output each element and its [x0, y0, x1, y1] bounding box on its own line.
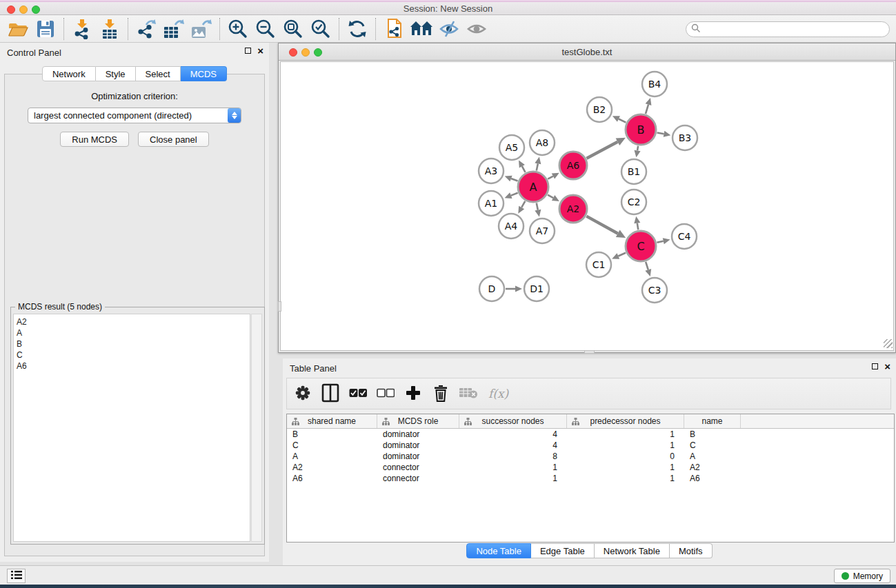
- refresh-icon: [348, 19, 367, 39]
- graph-edge[interactable]: [521, 201, 525, 207]
- graph-edge[interactable]: [586, 216, 617, 234]
- graph-edge[interactable]: [657, 241, 663, 243]
- table-row[interactable]: Cdominator41C: [287, 440, 894, 451]
- export-table-button[interactable]: [160, 17, 188, 41]
- graph-edge[interactable]: [619, 119, 626, 122]
- mcds-result-list[interactable]: A2ABCA6: [13, 314, 250, 542]
- graph-edge[interactable]: [637, 223, 639, 230]
- table-row[interactable]: A2connector11A2: [287, 462, 894, 473]
- zoom-out-button[interactable]: [252, 17, 279, 41]
- import-table-button[interactable]: [96, 17, 123, 41]
- graph-edge[interactable]: [646, 262, 648, 270]
- column-header-name[interactable]: name: [684, 414, 741, 428]
- tab-motifs[interactable]: Motifs: [670, 543, 713, 558]
- search-field[interactable]: [686, 21, 890, 37]
- result-scrollbar[interactable]: [251, 314, 262, 542]
- graph-edge[interactable]: [537, 163, 538, 170]
- save-session-button[interactable]: [32, 17, 59, 41]
- graph-edge[interactable]: [646, 105, 648, 114]
- houses-icon: [410, 20, 433, 38]
- graph-edge[interactable]: [548, 195, 553, 198]
- mcds-result-item[interactable]: A: [17, 327, 250, 338]
- column-header-successor-nodes[interactable]: successor nodes: [459, 414, 567, 428]
- graph-edge[interactable]: [618, 253, 626, 256]
- network-document-icon: [384, 18, 404, 40]
- mcds-result-item[interactable]: A6: [17, 361, 250, 372]
- export-image-button[interactable]: [188, 17, 215, 41]
- control-panel: Control Panel × NetworkStyleSelectMCDS O…: [0, 43, 269, 562]
- search-input[interactable]: [704, 23, 889, 36]
- zoom-selected-button[interactable]: [307, 17, 335, 41]
- resize-grip-icon[interactable]: [884, 339, 893, 348]
- table-cell: 4: [459, 440, 567, 450]
- function-builder-button[interactable]: f(x): [488, 387, 508, 401]
- tab-mcds[interactable]: MCDS: [181, 66, 227, 81]
- network-canvas[interactable]: AA6A2BCA5A8A3A1A4A7B4B2B3B1C2C4C1C3DD1: [280, 61, 894, 351]
- graph-edge[interactable]: [586, 142, 617, 159]
- eye-slash-icon: [439, 20, 459, 38]
- home-button[interactable]: [408, 17, 435, 41]
- tab-select[interactable]: Select: [136, 66, 181, 81]
- deselect-all-button[interactable]: [377, 383, 395, 404]
- graph-edge[interactable]: [511, 193, 518, 196]
- network-graph[interactable]: AA6A2BCA5A8A3A1A4A7B4B2B3B1C2C4C1C3DD1: [281, 62, 895, 352]
- columns-icon: [321, 383, 339, 405]
- zoom-in-button[interactable]: [224, 17, 252, 41]
- import-network-button[interactable]: [68, 17, 96, 41]
- table-row[interactable]: Adominator80A: [287, 451, 894, 462]
- delete-table-button[interactable]: [459, 383, 477, 404]
- criterion-dropdown[interactable]: largest connected component (directed): [28, 108, 241, 123]
- show-all-button[interactable]: [463, 17, 490, 41]
- float-table-panel-icon[interactable]: [872, 363, 878, 369]
- close-panel-button[interactable]: Close panel: [138, 132, 209, 147]
- create-network-from-file-button[interactable]: [380, 17, 408, 41]
- tab-network-table[interactable]: Network Table: [595, 543, 670, 558]
- table-settings-button[interactable]: [294, 383, 312, 404]
- node-table[interactable]: shared nameMCDS rolesuccessor nodesprede…: [286, 414, 895, 543]
- memory-button[interactable]: Memory: [834, 569, 890, 583]
- tab-edge-table[interactable]: Edge Table: [531, 543, 595, 558]
- zoom-fit-button[interactable]: [279, 17, 307, 41]
- graph-node-label: A2: [567, 203, 579, 214]
- open-folder-icon: [8, 20, 28, 38]
- show-column-panel-button[interactable]: [321, 383, 339, 404]
- tab-node-table[interactable]: Node Table: [466, 543, 531, 558]
- run-mcds-button[interactable]: Run MCDS: [60, 132, 129, 147]
- float-panel-icon[interactable]: [245, 48, 251, 54]
- column-header-MCDS-role[interactable]: MCDS role: [377, 414, 459, 428]
- table-row[interactable]: Bdominator41B: [287, 429, 894, 440]
- graph-edge[interactable]: [548, 176, 553, 179]
- select-all-button[interactable]: [349, 383, 367, 404]
- tab-style[interactable]: Style: [96, 66, 136, 81]
- task-history-button[interactable]: [7, 569, 26, 583]
- export-network-button[interactable]: [132, 17, 160, 41]
- mcds-result-item[interactable]: C: [17, 349, 250, 361]
- column-header-shared-name[interactable]: shared name: [287, 414, 377, 428]
- zoom-fit-icon: [283, 19, 303, 39]
- tab-network[interactable]: Network: [42, 66, 96, 81]
- delete-column-button[interactable]: [432, 383, 450, 404]
- optimization-criterion-label: Optimization criterion:: [5, 91, 264, 101]
- column-header-predecessor-nodes[interactable]: predecessor nodes: [567, 414, 684, 428]
- close-table-panel-icon[interactable]: ×: [884, 363, 890, 369]
- splitter-grip-left[interactable]: [278, 301, 281, 312]
- graph-edge[interactable]: [657, 132, 664, 134]
- close-panel-icon[interactable]: ×: [257, 48, 263, 54]
- refresh-button[interactable]: [344, 17, 371, 41]
- mcds-result-item[interactable]: B: [17, 338, 250, 349]
- graph-edge[interactable]: [511, 179, 518, 181]
- main-toolbar: [0, 15, 896, 43]
- table-row[interactable]: A6connector11A6: [287, 473, 894, 484]
- network-window-titlebar[interactable]: testGlobe.txt: [279, 43, 895, 61]
- graph-node-label: B: [637, 123, 645, 136]
- graph-edge[interactable]: [637, 146, 638, 151]
- graph-edge[interactable]: [537, 203, 538, 210]
- open-session-button[interactable]: [4, 17, 32, 41]
- graph-edge[interactable]: [522, 166, 526, 172]
- view-group: [375, 18, 495, 40]
- table-cell: dominator: [377, 440, 459, 450]
- add-column-button[interactable]: [404, 383, 422, 404]
- hide-selected-button[interactable]: [435, 17, 463, 41]
- splitter-grip-bottom[interactable]: [584, 350, 595, 354]
- mcds-result-item[interactable]: A2: [17, 316, 250, 327]
